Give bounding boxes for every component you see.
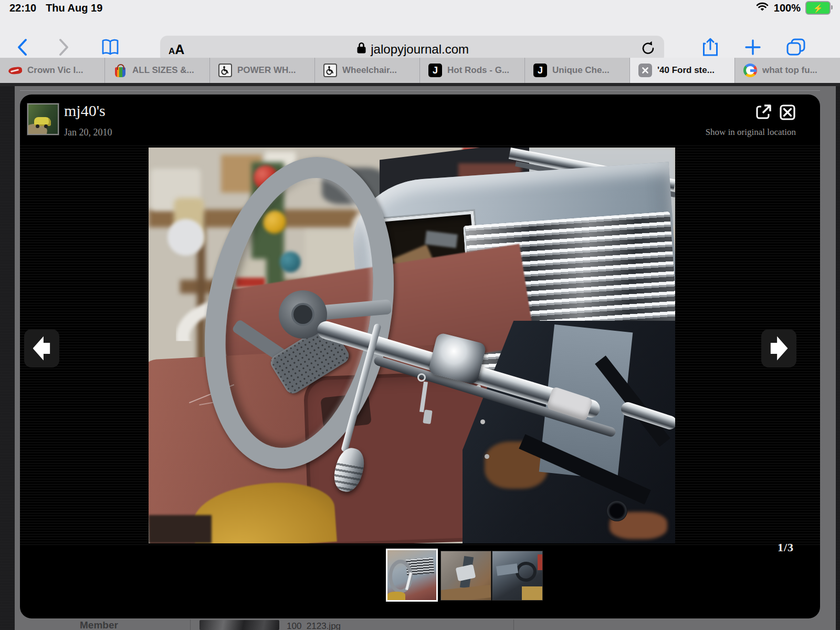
tab-unique-chevy[interactable]: J Unique Che... — [525, 58, 630, 83]
photo-date: Jan 20, 2010 — [64, 127, 112, 138]
photo-lightbox: mj40's Jan 20, 2010 Show in original loc… — [20, 94, 820, 618]
next-arrow-button[interactable] — [761, 329, 796, 368]
photo-counter: 1/3 — [778, 541, 794, 554]
thumbnail-detail — [522, 586, 543, 600]
close-icon[interactable] — [778, 103, 797, 122]
expand-icon[interactable] — [754, 103, 773, 122]
google-favicon-icon — [743, 64, 757, 77]
photo-shape-lamp — [167, 219, 204, 256]
thumbnail-2[interactable] — [440, 551, 491, 601]
wheelchair-favicon-icon — [323, 64, 337, 77]
battery-icon: ⚡ — [805, 1, 831, 15]
member-label: Member — [80, 620, 118, 630]
footer-attachment-thumbnail[interactable] — [200, 620, 279, 630]
crown-vic-favicon-icon — [8, 64, 22, 77]
username-link[interactable]: mj40's — [64, 102, 106, 120]
jalopy-j-favicon-icon: J — [533, 64, 547, 77]
status-bar: 22:10 Thu Aug 19 100% ⚡ — [0, 0, 840, 16]
tab-all-sizes[interactable]: ALL SIZES &... — [105, 58, 210, 83]
share-button[interactable] — [700, 37, 721, 58]
clock: 22:10 — [9, 2, 36, 14]
photo-shape-keyring — [417, 373, 426, 382]
tab-google-search[interactable]: what top fu... — [735, 58, 840, 83]
lock-icon — [356, 41, 366, 57]
safari-toolbar: AA jalopyjournal.com — [0, 16, 840, 58]
tab-crown-vic[interactable]: Crown Vic I... — [0, 58, 105, 83]
attachment-filename[interactable]: 100_2123.jpg — [287, 621, 341, 630]
page-top-divider — [20, 90, 820, 91]
footer-divider — [513, 620, 514, 630]
forward-button[interactable] — [54, 37, 75, 58]
bookmarks-button[interactable] — [100, 37, 121, 58]
close-tab-icon[interactable] — [638, 64, 652, 77]
tab-bar: Crown Vic I... ALL SIZES &... POWER WH..… — [0, 58, 840, 83]
tab-40-ford-active[interactable]: '40 Ford ste... — [630, 58, 735, 83]
wheelchair-favicon-icon — [218, 64, 232, 77]
thumbnail-1-selected[interactable] — [386, 549, 438, 602]
reload-button[interactable] — [641, 40, 656, 58]
photo-main[interactable] — [149, 148, 675, 543]
tab-wheelchair[interactable]: Wheelchair... — [315, 58, 420, 83]
photo-shape-floor — [149, 515, 212, 543]
tab-hot-rods[interactable]: J Hot Rods - G... — [420, 58, 525, 83]
photo-shape-grommet — [606, 500, 627, 521]
wifi-icon — [755, 2, 769, 15]
url-text: jalopyjournal.com — [371, 42, 469, 57]
shopping-bag-favicon-icon — [113, 64, 127, 77]
thumbnail-3[interactable] — [492, 551, 543, 601]
back-button[interactable] — [12, 37, 33, 58]
battery-percent: 100% — [774, 2, 801, 14]
next-arrow-icon — [770, 336, 788, 361]
jalopy-j-favicon-icon: J — [428, 64, 442, 77]
tab-power-wheelchair[interactable]: POWER WH... — [210, 58, 315, 83]
thumbnail-detail — [387, 592, 405, 600]
prev-arrow-button[interactable] — [24, 329, 59, 368]
footer-divider — [190, 620, 191, 630]
reader-button[interactable]: AA — [169, 42, 184, 57]
avatar[interactable] — [27, 103, 59, 135]
page-left-edge — [0, 86, 15, 630]
thumbnail-detail — [538, 554, 543, 570]
charging-bolt-icon: ⚡ — [813, 4, 823, 12]
date: Thu Aug 19 — [46, 2, 102, 14]
show-original-link[interactable]: Show in original location — [706, 127, 796, 138]
avatar-yellow-car — [34, 117, 51, 126]
new-tab-button[interactable] — [742, 37, 763, 58]
photo-shape-horn-button — [291, 303, 314, 326]
page-right-edge — [836, 86, 840, 630]
tabs-button[interactable] — [785, 37, 806, 58]
ipad-screen: 22:10 Thu Aug 19 100% ⚡ AA — [0, 0, 840, 630]
prev-arrow-icon — [33, 336, 51, 361]
